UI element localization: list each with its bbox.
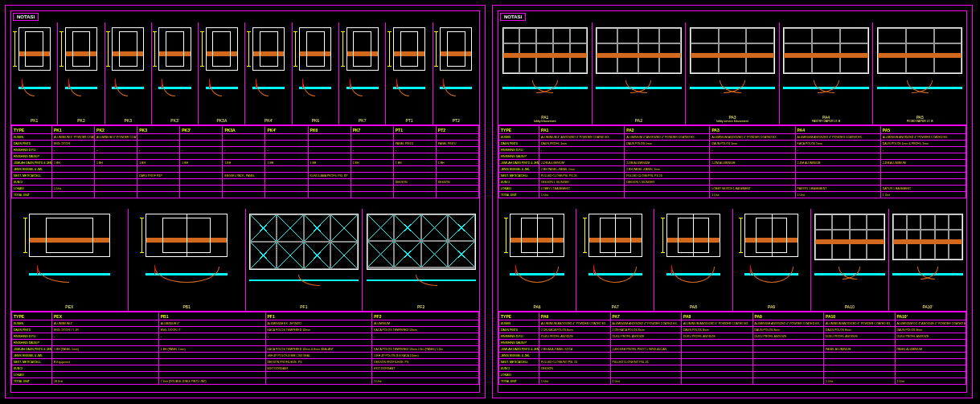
row-header: TYPE	[499, 312, 539, 320]
drawing-sheet-right: NOTASI PA1lobby lt.basementPA2PA3lobby s…	[492, 5, 973, 398]
storefront-elevation	[877, 27, 962, 74]
cell	[752, 346, 824, 353]
cell	[308, 141, 351, 147]
cell: >BH 4P POLOS 8 MM /.200 SEAL	[265, 353, 372, 359]
table-row: KUNCIDEKSON	[499, 365, 966, 372]
cell	[265, 173, 308, 179]
cell	[895, 353, 966, 359]
table-row: FINISHING D.P.UDUKU PROFIL ANODIZEDUKU P…	[499, 333, 966, 340]
cell: DEKSON	[436, 179, 478, 186]
cell: 1 Unit	[52, 186, 95, 192]
door-label: PA4PASTRY DAPUR LT. B	[780, 115, 873, 123]
cell	[265, 186, 308, 192]
cell	[539, 353, 611, 359]
spec-table: TYPEPK1PK2PK3PK3'PK3APK4'PK6PK7PT1PT2KUS…	[11, 125, 479, 198]
cell: DAUN POLOS 8mm	[824, 327, 896, 333]
cell: PK6	[308, 126, 351, 134]
cell: ALUMINIUM 4" ANODIZED 4" POWDER COATED E…	[539, 134, 625, 141]
door-label: PA5PICED DAPUR LT. B	[873, 115, 966, 123]
table-row: JUMLAH DAUN PINTU & JENISNYA1 BH (PANEL …	[12, 346, 479, 353]
spec-table: TYPEPA6PA7PA8PA9PA10PA10'KUSENALUMINIUM …	[498, 312, 966, 385]
cell: DEKSON PROFIL/HZE. PS	[265, 359, 372, 365]
row-header: NEXT. METICA/CELL	[12, 359, 52, 365]
door-label: PA10'	[889, 304, 966, 309]
cell: PA10	[824, 312, 896, 320]
door-plan	[744, 265, 798, 288]
cell	[351, 186, 393, 192]
cell	[95, 186, 137, 192]
cell	[180, 134, 223, 141]
cell: -	[539, 147, 625, 153]
door-elevation	[510, 214, 564, 257]
table-row: LOKASILOBBY LT.BASEMENTLOBBY SEVICE 1 BA…	[499, 186, 966, 192]
table-row: TOTAL UNIT1 Unit1 Unit1 Unit1 Unit	[499, 192, 966, 198]
cell	[880, 173, 966, 179]
cell	[610, 372, 682, 378]
cell: 1 BH (PANEL 1mm)	[52, 346, 159, 353]
door-label: PT2	[433, 118, 479, 123]
row-header: JUMLAH DAUN PINTU & JENISNYA	[12, 160, 52, 166]
cell	[180, 166, 223, 173]
cell: PANEL PINTU	[393, 141, 436, 147]
cell: ALUMINIUM ANODIZED 4" POWDER COATED EX.	[610, 320, 682, 327]
cell: DAUN POLOS 8mm	[682, 327, 753, 333]
cell	[180, 186, 223, 192]
cell	[710, 166, 795, 173]
door-cell-PK3A: PK3A	[199, 22, 245, 124]
cell: KACA POLOS TEMPERED 10mm	[265, 327, 372, 333]
cell: ALUMINIUM ANODIZED 4" POWDER COATED EX.	[795, 134, 880, 141]
cell: PA7	[610, 312, 682, 320]
row-header: JENIS ENGSEL & JML	[12, 166, 52, 173]
cell: DUKU PROFIL ANODIZE	[539, 333, 611, 340]
cell: 1 BH	[265, 160, 308, 166]
inner-frame: NOTASI PA1lobby lt.basementPA2PA3lobby s…	[498, 10, 967, 393]
cell	[158, 359, 265, 365]
door-plan	[440, 79, 472, 101]
cell	[265, 134, 308, 141]
cell	[625, 153, 710, 160]
curtain-wall-plan	[367, 275, 476, 289]
door-plan	[146, 265, 227, 288]
cell	[895, 372, 966, 378]
cell: 1 Unit	[824, 378, 896, 385]
door-cell-PT2: PT2	[433, 22, 479, 124]
table-row: LOKASI	[12, 372, 479, 378]
cell: 2 BH PANEL+PANEL 1mm	[539, 166, 625, 173]
door-plan	[18, 79, 51, 101]
cell: -	[372, 333, 479, 340]
door-cell-PT1: PT1	[386, 22, 433, 124]
door-label: PK7	[339, 118, 385, 123]
cell	[308, 186, 351, 192]
row-header: FINISHING D.P.U	[12, 333, 52, 340]
cell	[265, 192, 308, 198]
cell: 1 BH	[308, 160, 351, 166]
cell	[824, 365, 896, 372]
door-elevation	[158, 27, 191, 71]
cell: -	[393, 147, 436, 153]
storefront-plan	[892, 267, 963, 286]
cell: KACA POLOS TEMPERED 10mm 2.3m (PANEL) 1.…	[372, 346, 479, 353]
section-right-bot: PA6PA7PA8PA9PA10PA10' TYPEPA6PA7PA8PA9PA…	[498, 209, 966, 394]
table-row: JUMLAH DAUN PINTU & JENISNYA1 BH1 BH1 BH…	[12, 160, 479, 166]
cell	[682, 365, 753, 372]
cell: 2-BH 8 BH PROFIL PIVOT 1 WING ALCAN	[610, 346, 682, 353]
cell: PULLED CLOSE/NO PSL 26	[539, 359, 611, 365]
door-plan	[588, 265, 642, 288]
cell: ALUMINIUM ANODIZED 4" POWDER COATED EX.	[880, 134, 966, 141]
door-label: PA7	[576, 304, 654, 309]
cell: PANEL ALUMINIUM	[895, 346, 966, 353]
spec-table: TYPEPA1PA2PA3PA4PA5KUSENALUMINIUM 4" ANO…	[498, 125, 966, 198]
row-header: LOKASI	[499, 186, 539, 192]
door-cell-PA8: PA8	[654, 209, 732, 311]
door-elevation	[29, 214, 110, 257]
cell	[95, 153, 137, 160]
cell	[158, 340, 265, 346]
cell	[137, 134, 180, 141]
cell: LOBBY LT.BASEMENT	[539, 186, 625, 192]
cell: PULLED CLOSE/PSL PS 26	[625, 173, 710, 179]
cell: 1 BH (PANEL 1mm)	[158, 346, 265, 353]
table-row: KUNCIEXIT DORGANTEXIT DORGANT	[12, 365, 479, 372]
table-row: TOTAL UNIT18 Unit7 Unit (DOUBLE,JDM 4 PI…	[12, 378, 479, 385]
sheet-title: NOTASI	[13, 13, 39, 21]
door-label: PA1lobby lt.basement	[498, 115, 592, 123]
